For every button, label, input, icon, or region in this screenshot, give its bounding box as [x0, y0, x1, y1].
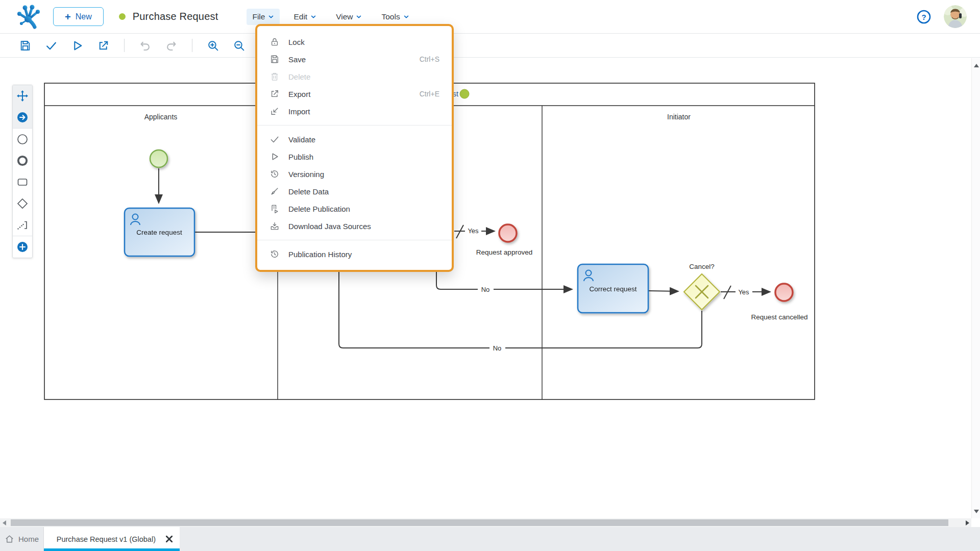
bottom-tab-bar: Home Purchase Request v1 (Global) — [0, 527, 980, 551]
chevron-down-icon — [403, 14, 409, 20]
play-icon — [270, 152, 280, 162]
menubar: File Edit View Tools — [247, 9, 414, 25]
avatar[interactable] — [944, 5, 967, 28]
gateway-label: Cancel? — [689, 263, 715, 270]
menu-item-save[interactable]: Save Ctrl+S — [257, 51, 452, 68]
app-header: + New Purchase Request File Edit View To… — [0, 0, 980, 34]
flow-correct-to-gateway[interactable] — [649, 291, 678, 291]
import-icon — [270, 106, 280, 116]
palette-more[interactable] — [13, 236, 32, 258]
menu-item-publish[interactable]: Publish — [257, 148, 452, 165]
redo-icon — [165, 39, 178, 52]
task-label: Correct request — [589, 285, 636, 293]
toolbar-divider — [192, 39, 192, 52]
history-icon — [270, 169, 280, 179]
tab-home[interactable]: Home — [0, 527, 44, 551]
validate-button[interactable] — [38, 34, 64, 57]
plus-icon: + — [65, 12, 71, 22]
menu-item-delete-publication[interactable]: Delete Publication — [257, 200, 452, 217]
home-icon — [5, 534, 14, 544]
publish-button[interactable] — [64, 34, 90, 57]
lock-icon — [270, 37, 280, 47]
bpmn-canvas[interactable]: Purchase Request Applicants Initiator Ye… — [0, 58, 971, 518]
start-event-icon — [16, 133, 29, 145]
palette-annotation[interactable] — [13, 214, 32, 236]
pool-status-dot — [460, 89, 469, 98]
scroll-up-arrow[interactable] — [972, 61, 980, 70]
start-event[interactable] — [150, 150, 167, 167]
export-icon — [270, 89, 280, 99]
annotation-icon — [16, 219, 29, 231]
menu-item-delete-data[interactable]: Delete Data — [257, 183, 452, 200]
plus-circle-icon — [16, 241, 29, 253]
vertical-scrollbar[interactable] — [971, 58, 980, 518]
task-correct-request[interactable]: Correct request — [578, 264, 648, 313]
palette-move-tool[interactable] — [13, 85, 32, 107]
menu-edit[interactable]: Edit — [288, 9, 322, 25]
save-icon — [270, 54, 280, 64]
palette-task[interactable] — [13, 171, 32, 193]
check-icon — [270, 134, 280, 144]
save-icon — [19, 39, 32, 52]
export-button[interactable] — [90, 34, 116, 57]
menu-tools[interactable]: Tools — [376, 9, 414, 25]
menu-item-validate[interactable]: Validate — [257, 131, 452, 148]
zoom-in-button[interactable] — [200, 34, 226, 57]
help-icon[interactable]: ? — [916, 9, 932, 24]
page-title: Purchase Request — [133, 11, 218, 22]
flow-label-yes: Yes — [738, 288, 749, 296]
zoom-out-button[interactable] — [226, 34, 252, 57]
process-icon — [51, 534, 52, 544]
shape-palette — [12, 85, 33, 258]
delete-publication-icon — [270, 204, 280, 214]
menu-item-import[interactable]: Import — [257, 103, 452, 120]
undo-button[interactable] — [132, 34, 158, 57]
event-label: Request cancelled — [751, 313, 807, 321]
save-button[interactable] — [12, 34, 38, 57]
task-label: Create request — [136, 229, 182, 236]
triangle-up-icon — [974, 64, 979, 68]
palette-connect-tool[interactable] — [13, 107, 32, 128]
menu-view[interactable]: View — [330, 9, 368, 25]
redo-button[interactable] — [158, 34, 184, 57]
task-create-request[interactable]: Create request — [125, 208, 194, 256]
palette-start-event[interactable] — [13, 129, 32, 150]
menu-file[interactable]: File — [247, 9, 280, 25]
palette-gateway[interactable] — [13, 193, 32, 214]
menu-item-versioning[interactable]: Versioning — [257, 165, 452, 183]
new-button[interactable]: + New — [53, 7, 104, 26]
tab-purchase-request[interactable]: Purchase Request v1 (Global) — [44, 527, 180, 551]
menu-divider — [257, 125, 452, 126]
menu-item-delete: Delete — [257, 68, 452, 85]
status-dot — [119, 13, 126, 20]
flow-label-no: No — [493, 344, 502, 352]
palette-end-event[interactable] — [13, 150, 32, 171]
tab-close-button[interactable] — [166, 536, 173, 542]
flow-label-no: No — [481, 286, 490, 293]
close-icon — [166, 536, 173, 542]
scroll-left-arrow[interactable] — [0, 518, 9, 527]
menu-item-export[interactable]: Export Ctrl+E — [257, 85, 452, 103]
flow-label-yes: Yes — [468, 227, 479, 235]
new-button-label: New — [76, 12, 92, 21]
horizontal-scrollbar[interactable] — [0, 518, 971, 527]
end-event-icon — [16, 155, 29, 167]
scroll-down-arrow[interactable] — [972, 507, 980, 515]
zoom-out-icon — [233, 39, 246, 52]
app-logo[interactable] — [14, 3, 42, 31]
scroll-right-arrow[interactable] — [963, 518, 971, 527]
menu-item-lock[interactable]: Lock — [257, 33, 452, 51]
broom-icon — [270, 186, 280, 196]
menu-item-download-java-sources[interactable]: Download Java Sources — [257, 217, 452, 235]
lane-label-initiator: Initiator — [667, 113, 691, 121]
arrow-right-circle-icon — [16, 111, 29, 123]
triangle-right-icon — [965, 520, 969, 525]
menu-item-publication-history[interactable]: Publication History — [257, 245, 452, 263]
file-dropdown-menu: Lock Save Ctrl+S Delete Export Ctrl+E Im… — [255, 24, 454, 272]
toolbar — [0, 34, 980, 58]
triangle-down-icon — [974, 509, 979, 513]
export-icon — [97, 39, 110, 52]
horizontal-scrollbar-thumb[interactable] — [11, 519, 948, 526]
undo-icon — [139, 39, 152, 52]
active-tab-indicator — [44, 548, 180, 551]
